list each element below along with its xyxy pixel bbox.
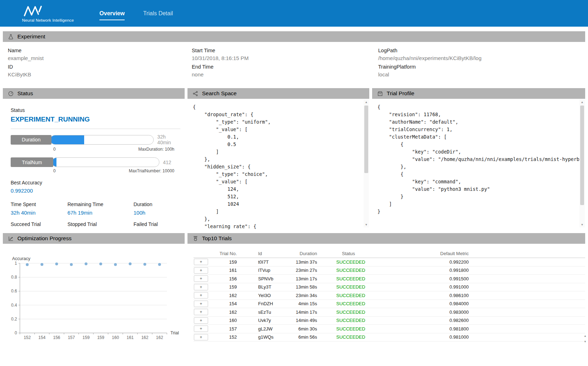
top10-table-header: Trial No. Id Duration Status Default Met…	[194, 249, 585, 258]
tab-overview[interactable]: Overview	[99, 10, 125, 20]
cell-id: sEzTu	[237, 310, 279, 315]
search-space-title: Search Space	[202, 90, 236, 97]
scroll-down-icon[interactable]: ▼	[364, 222, 369, 227]
stat-label: Time Spent	[11, 201, 67, 207]
expand-row-button[interactable]: +	[194, 275, 208, 282]
table-row: +162YeI3O23min 34sSUCCEEDED0.986100	[194, 291, 585, 300]
top10-table: Trial No. Id Duration Status Default Met…	[194, 249, 585, 341]
svg-text:Accuracy: Accuracy	[12, 256, 31, 261]
trial-profile-panel: Trial Profile { "revision": 11768, "auth…	[372, 88, 585, 229]
cell-status: SUCCEEDED	[317, 310, 434, 315]
cell-trial-no: 157	[211, 326, 237, 332]
flask-icon	[8, 34, 14, 40]
table-row: +160Uvk7y14min 49sSUCCEEDED0.982600	[194, 317, 585, 325]
middle-row: Status Status EXPERIMENT_RUNNING Duratio…	[3, 88, 585, 229]
svg-text:Trial: Trial	[170, 330, 179, 335]
trialnum-bar-range: 0 MaxTrialNumber: 10000	[53, 168, 174, 173]
cell-expand: +	[194, 259, 211, 265]
table-row: +156SPNVb13min 17sSUCCEEDED0.991500	[194, 275, 585, 283]
expand-row-button[interactable]: +	[194, 292, 208, 298]
data-point	[143, 263, 146, 266]
status-body: Status EXPERIMENT_RUNNING Duration 32h 4…	[3, 99, 185, 229]
cell-default-metric: 0.983000	[434, 310, 469, 315]
page-scrollbar[interactable]: ▲ ▼	[583, 333, 588, 348]
data-point	[85, 263, 87, 265]
cell-id: BLy3T	[237, 284, 279, 290]
stat-failed-trial: Failed Trial 9	[134, 221, 180, 229]
scroll-down-icon[interactable]: ▼	[579, 222, 585, 227]
expand-row-button[interactable]: +	[194, 284, 208, 290]
scatter-chart-icon	[8, 236, 14, 242]
cell-duration: 23min 34s	[279, 293, 317, 298]
field-end-time: End Time none	[192, 64, 378, 77]
data-point	[114, 263, 117, 266]
data-point	[26, 263, 29, 266]
scroll-up-icon[interactable]: ▲	[583, 333, 588, 339]
scroll-up-icon[interactable]: ▲	[579, 99, 585, 105]
expand-row-button[interactable]: +	[194, 267, 208, 274]
stat-stopped-trial: Stopped Trial 0	[67, 221, 134, 229]
stat-label: Failed Trial	[134, 221, 180, 227]
stat-succeed-trial: Succeed Trial 403	[11, 221, 67, 229]
duration-bar-track	[50, 135, 154, 145]
cell-default-metric: 0.992200	[434, 259, 469, 265]
expand-row-button[interactable]: +	[194, 334, 208, 340]
cell-status: SUCCEEDED	[317, 276, 434, 281]
scroll-up-icon[interactable]: ▲	[364, 99, 369, 105]
cell-expand: +	[194, 267, 211, 274]
svg-text:161: 161	[126, 335, 134, 340]
duration-bar-value: 32h 40min	[157, 134, 180, 145]
cell-default-metric: 0.984000	[434, 301, 469, 306]
search-space-scrollbar[interactable]: ▲ ▼	[364, 99, 369, 227]
optimization-progress-header: Optimization Progress	[3, 233, 185, 244]
data-point	[99, 263, 102, 265]
expand-row-button[interactable]: +	[194, 259, 208, 265]
top10-table-body: +159t0I7T13min 37sSUCCEEDED0.992200+161I…	[194, 258, 585, 341]
stat-duration: Duration 100h	[134, 201, 180, 216]
trial-profile-title: Trial Profile	[387, 90, 414, 97]
cell-id: FnDZH	[237, 301, 279, 306]
stat-value: 67h 19min	[67, 210, 134, 216]
cell-expand: +	[194, 325, 211, 332]
status-panel-header: Status	[3, 88, 185, 99]
experiment-section: Experiment Name example_mnist ID KCiBytK…	[3, 31, 585, 84]
cell-id: Uvk7y	[237, 318, 279, 323]
expand-row-button[interactable]: +	[194, 301, 208, 307]
trial-profile-scrollbar[interactable]: ▲ ▼	[579, 99, 585, 227]
cell-trial-no: 162	[211, 293, 237, 298]
table-row: +159t0I7T13min 37sSUCCEEDED0.992200	[194, 258, 585, 267]
col-default-metric: Default Metric	[434, 251, 469, 256]
expand-row-button[interactable]: +	[194, 317, 208, 324]
field-name: Name example_mnist	[8, 48, 192, 61]
cell-default-metric: 0.991800	[434, 268, 469, 273]
scrollbar-thumb[interactable]	[364, 106, 368, 173]
cell-status: SUCCEEDED	[317, 334, 434, 340]
optimization-progress-title: Optimization Progress	[17, 235, 71, 242]
field-label: End Time	[192, 64, 378, 70]
gauge-icon	[8, 91, 14, 97]
stat-time-spent: Time Spent 32h 40min	[11, 201, 67, 216]
cell-status: SUCCEEDED	[317, 318, 434, 323]
logo-text: Neural Network Intelligence	[22, 18, 74, 22]
cell-status: SUCCEEDED	[317, 293, 434, 298]
cell-default-metric: 0.986100	[434, 293, 469, 298]
tab-trials-detail[interactable]: Trials Detail	[143, 10, 173, 20]
expand-row-button[interactable]: +	[194, 309, 208, 315]
field-value: 10/31/2018, 8:16:15 PM	[192, 55, 378, 61]
scroll-down-icon[interactable]: ▼	[583, 339, 588, 345]
expand-row-button[interactable]: +	[194, 325, 208, 332]
svg-text:0.4: 0.4	[11, 303, 17, 308]
duration-bar-label: Duration	[11, 135, 51, 145]
cell-duration: 13min 37s	[279, 259, 317, 265]
trial-profile-header: Trial Profile	[372, 88, 585, 99]
cell-duration: 13min 17s	[279, 276, 317, 281]
scrollbar-thumb[interactable]	[580, 106, 584, 205]
status-panel-title: Status	[17, 90, 33, 97]
duration-bar-range: 0 MaxDuration: 100h	[53, 147, 174, 152]
bottom-row: Optimization Progress Accuracy00.20.40.6…	[3, 233, 585, 348]
nni-logo-mark	[22, 5, 50, 17]
field-value: local	[378, 71, 585, 77]
data-point	[70, 263, 73, 266]
cell-id: t0I7T	[237, 259, 279, 265]
svg-text:159: 159	[82, 335, 89, 340]
